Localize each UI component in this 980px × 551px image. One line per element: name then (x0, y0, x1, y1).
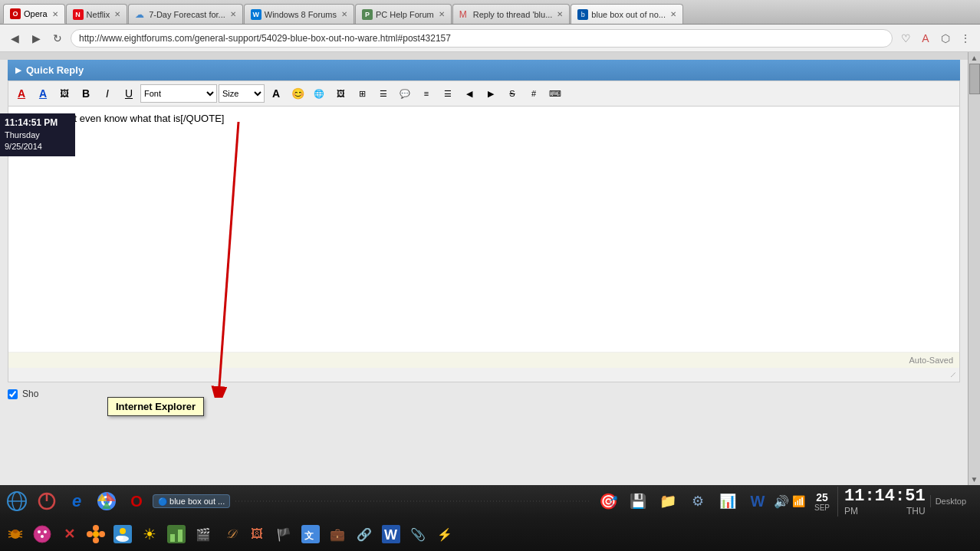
clock-day: Thursday (5, 130, 71, 141)
svg-point-30 (116, 536, 123, 540)
italic-btn[interactable]: I (97, 84, 117, 103)
tab-forecast[interactable]: ☁ 7-Day Forecast for... ✕ (128, 4, 243, 24)
icon-slot1[interactable]: 📎 (406, 522, 430, 546)
desktop-button[interactable]: Desktop (930, 495, 971, 507)
word-bottom-icon[interactable]: W (379, 522, 403, 546)
ie-tooltip: Internet Explorer (107, 397, 204, 416)
target-taskbar-icon[interactable]: 🎯 (594, 487, 622, 515)
adblock-button[interactable]: A (917, 30, 934, 47)
clock-tray: 11:14:51 PM THU (837, 487, 926, 517)
svg-text:W: W (384, 527, 397, 543)
art-icon[interactable] (30, 522, 54, 546)
unordered-list-btn[interactable]: ☰ (438, 84, 458, 103)
icon-slot2[interactable]: ⚡ (432, 522, 457, 546)
size-select[interactable]: Size (219, 84, 265, 103)
link-btn[interactable]: 🌐 (309, 84, 329, 103)
svg-point-26 (99, 531, 105, 537)
chrome-taskbar-icon[interactable] (93, 487, 120, 515)
forward-button[interactable]: ▶ (28, 30, 44, 47)
show-checkbox[interactable] (8, 389, 18, 399)
ordered-list-btn[interactable]: ≡ (416, 84, 436, 103)
emoji-btn[interactable]: 😊 (288, 84, 307, 103)
opera-taskbar-icon[interactable]: O (123, 487, 150, 515)
settings-taskbar-icon[interactable]: ⚙ (684, 487, 712, 515)
sync-button[interactable]: ⬡ (937, 30, 954, 47)
tab-pchelp-close[interactable]: ✕ (439, 10, 445, 18)
indent-left-btn[interactable]: ◀ (459, 84, 479, 103)
tab-netflix-close[interactable]: ✕ (114, 10, 120, 18)
globe-taskbar-icon[interactable] (3, 487, 31, 515)
format-a2-btn[interactable]: A (33, 84, 53, 103)
image-insert-btn[interactable]: 🖼 (54, 84, 74, 103)
page-content: Quick Reply A A 🖼 B I U Font (0, 52, 968, 485)
tab-reply-close[interactable]: ✕ (557, 10, 563, 18)
music-d-icon[interactable]: 𝒟 (218, 522, 242, 546)
weather-icon[interactable] (110, 522, 135, 546)
tab-opera[interactable]: O Opera ✕ (3, 4, 65, 24)
tab-bluebox-close[interactable]: ✕ (670, 10, 676, 18)
tab-win8forums[interactable]: W Windows 8 Forums ✕ (244, 4, 354, 24)
scrollbar-thumb[interactable] (969, 64, 980, 94)
indent-right-btn[interactable]: ▶ (481, 84, 501, 103)
refresh-button[interactable]: ↻ (49, 30, 66, 47)
film-icon[interactable]: 🎬 (191, 522, 215, 546)
back-button[interactable]: ◀ (6, 30, 23, 47)
tab-pchelp[interactable]: P PC Help Forum ✕ (355, 4, 452, 24)
spider-icon[interactable] (3, 522, 28, 546)
tab-win8-close[interactable]: ✕ (341, 10, 347, 18)
active-window-tab[interactable]: 🔵 blue box out ... (153, 494, 230, 508)
tab-forecast-close[interactable]: ✕ (230, 10, 236, 18)
table-btn[interactable]: ⊞ (352, 84, 372, 103)
ie-taskbar-icon[interactable]: e (63, 487, 90, 515)
tray-ampm: PM (844, 506, 858, 517)
speaker-icon[interactable]: 🔊 (774, 494, 789, 509)
code-btn[interactable]: ⌨ (545, 84, 565, 103)
bookmark-button[interactable]: ♡ (897, 30, 914, 47)
align-btn[interactable]: ☰ (373, 84, 393, 103)
toolbar-right: ♡ A ⬡ ⋮ (897, 30, 974, 47)
language-icon[interactable]: 文 (298, 522, 323, 546)
network-taskbar-icon[interactable]: 🔗 (352, 522, 377, 546)
folder-taskbar-icon[interactable]: 📁 (654, 487, 682, 515)
taskbar-bottom-row: ✕ ☀ (0, 517, 980, 551)
resize-handle[interactable]: ⟋ (8, 368, 959, 382)
img-url-btn[interactable]: 🖼 (331, 84, 350, 103)
x-icon[interactable]: ✕ (57, 522, 81, 546)
photo-icon[interactable]: 🖼 (245, 522, 269, 546)
power-taskbar-icon[interactable] (33, 487, 61, 515)
storage-taskbar-icon[interactable]: 💾 (624, 487, 652, 515)
tab-bluebox[interactable]: b blue box out of no... ✕ (571, 4, 683, 24)
editor-container: A A 🖼 B I U Font Size A (8, 80, 960, 382)
autosaved-label: Auto-Saved (909, 356, 953, 365)
quote-btn[interactable]: 💬 (395, 84, 415, 103)
content-area: 11:14:51 PM Thursday 9/25/2014 Quick Rep… (0, 52, 980, 485)
hash-btn[interactable]: # (524, 84, 544, 103)
word-taskbar-icon[interactable]: W (744, 487, 771, 515)
svg-point-25 (87, 531, 93, 537)
system-tray: 🔊 📶 25 SEP 11:14:51 PM THU (774, 487, 977, 517)
format-a1-btn[interactable]: A (12, 84, 31, 103)
flower-icon[interactable] (84, 522, 108, 546)
scrollbar[interactable]: ▲ ▼ (968, 52, 980, 485)
menu-button[interactable]: ⋮ (957, 30, 974, 47)
sun-icon[interactable]: ☀ (137, 522, 162, 546)
tab-opera-label: Opera (24, 9, 48, 18)
tray-month: SEP (814, 503, 830, 512)
address-input[interactable] (71, 29, 893, 48)
tab-reply[interactable]: M Reply to thread 'blu... ✕ (452, 4, 571, 24)
editor-body[interactable]: [QUOTE]don't even know what that is[/QUO… (8, 107, 959, 352)
chart-taskbar-icon[interactable]: 📊 (714, 487, 742, 515)
active-window-label: blue box out ... (169, 497, 225, 506)
tab-netflix[interactable]: N Netflix ✕ (66, 4, 128, 24)
color-btn[interactable]: A (266, 84, 286, 103)
explorer-icon[interactable] (164, 522, 189, 546)
underline-btn[interactable]: U (119, 84, 139, 103)
font-select[interactable]: Font (140, 84, 217, 103)
games-icon[interactable]: 🏴 (271, 522, 296, 546)
browser-frame: O Opera ✕ N Netflix ✕ ☁ 7-Day Forecast f… (0, 0, 980, 551)
bold-btn[interactable]: B (76, 84, 96, 103)
network-icon[interactable]: 📶 (792, 495, 805, 507)
tab-opera-close[interactable]: ✕ (52, 10, 58, 18)
briefcase-icon[interactable]: 💼 (325, 522, 350, 546)
strikethrough-btn[interactable]: S (502, 84, 522, 103)
